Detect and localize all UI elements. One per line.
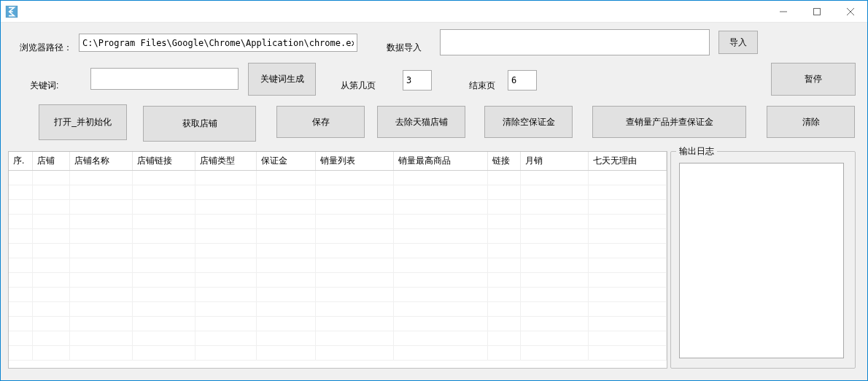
table-col-header[interactable]: 销量最高商品 bbox=[394, 152, 488, 171]
data-import-label: 数据导入 bbox=[387, 42, 422, 54]
table-row[interactable] bbox=[9, 185, 667, 200]
pause-button[interactable]: 暂停 bbox=[771, 63, 856, 96]
table-cell bbox=[588, 229, 666, 244]
get-shop-button[interactable]: 获取店铺 bbox=[143, 106, 256, 142]
browser-path-input[interactable] bbox=[79, 34, 357, 52]
table-row[interactable] bbox=[9, 288, 667, 302]
table-row[interactable] bbox=[9, 215, 667, 229]
table-col-header[interactable]: 七天无理由 bbox=[588, 152, 666, 171]
table-col-header[interactable]: 店铺类型 bbox=[195, 152, 256, 171]
save-button[interactable]: 保存 bbox=[276, 106, 365, 138]
table-cell bbox=[9, 185, 32, 200]
table-cell bbox=[9, 302, 32, 317]
minimize-button[interactable] bbox=[767, 1, 800, 23]
table-cell bbox=[316, 258, 394, 273]
table-cell bbox=[394, 346, 488, 361]
table-row[interactable] bbox=[9, 302, 667, 317]
table-cell bbox=[9, 317, 32, 331]
maximize-icon bbox=[813, 8, 821, 15]
table-cell bbox=[316, 273, 394, 288]
end-page-label: 结束页 bbox=[469, 80, 495, 92]
table-cell bbox=[588, 273, 666, 288]
table-cell bbox=[588, 200, 666, 215]
end-page-input[interactable] bbox=[508, 70, 537, 91]
table-cell bbox=[316, 244, 394, 258]
table-cell bbox=[521, 185, 588, 200]
table-cell bbox=[133, 317, 195, 331]
check-sales-deposit-button[interactable]: 查销量产品并查保证金 bbox=[592, 106, 746, 138]
keyword-input[interactable] bbox=[90, 68, 239, 90]
table-row[interactable] bbox=[9, 244, 667, 258]
table-col-header[interactable]: 店铺链接 bbox=[133, 152, 195, 171]
table-cell bbox=[394, 302, 488, 317]
table-cell bbox=[316, 302, 394, 317]
table-row[interactable] bbox=[9, 229, 667, 244]
table-col-header[interactable]: 链接 bbox=[488, 152, 521, 171]
table-row[interactable] bbox=[9, 171, 667, 185]
log-textarea[interactable] bbox=[679, 163, 844, 358]
table-cell bbox=[195, 200, 256, 215]
maximize-button[interactable] bbox=[800, 1, 834, 23]
table-cell bbox=[256, 273, 316, 288]
from-page-input[interactable] bbox=[403, 70, 432, 91]
table-cell bbox=[70, 273, 133, 288]
table-row[interactable] bbox=[9, 346, 667, 361]
table-cell bbox=[588, 171, 666, 185]
table-cell bbox=[394, 185, 488, 200]
table-cell bbox=[488, 200, 521, 215]
table-cell bbox=[256, 200, 316, 215]
table-cell bbox=[70, 215, 133, 229]
clear-button[interactable]: 清除 bbox=[767, 106, 855, 138]
table-cell bbox=[588, 317, 666, 331]
table-cell bbox=[588, 302, 666, 317]
table-cell bbox=[316, 317, 394, 331]
table-cell bbox=[256, 288, 316, 302]
table-cell bbox=[394, 258, 488, 273]
table-cell bbox=[133, 302, 195, 317]
table-col-header[interactable]: 序. bbox=[9, 152, 32, 171]
table-row[interactable] bbox=[9, 273, 667, 288]
table-row[interactable] bbox=[9, 331, 667, 346]
table-row[interactable] bbox=[9, 258, 667, 273]
titlebar bbox=[1, 1, 867, 23]
table-col-header[interactable]: 店铺 bbox=[32, 152, 70, 171]
table-col-header[interactable]: 保证金 bbox=[256, 152, 316, 171]
table-cell bbox=[394, 331, 488, 346]
table-cell bbox=[32, 200, 70, 215]
close-icon bbox=[847, 8, 854, 15]
table-cell bbox=[195, 273, 256, 288]
table-cell bbox=[70, 229, 133, 244]
table-cell bbox=[488, 302, 521, 317]
table-cell bbox=[32, 185, 70, 200]
table-cell bbox=[195, 171, 256, 185]
close-button[interactable] bbox=[834, 1, 867, 23]
table-cell bbox=[394, 215, 488, 229]
from-page-label: 从第几页 bbox=[341, 80, 376, 92]
table-cell bbox=[256, 317, 316, 331]
data-import-input[interactable] bbox=[440, 29, 710, 55]
table-col-header[interactable]: 销量列表 bbox=[316, 152, 394, 171]
import-button[interactable]: 导入 bbox=[718, 31, 758, 54]
table-cell bbox=[394, 273, 488, 288]
table-row[interactable] bbox=[9, 317, 667, 331]
table-col-header[interactable]: 店铺名称 bbox=[70, 152, 133, 171]
table-cell bbox=[195, 244, 256, 258]
table-cell bbox=[32, 273, 70, 288]
table-cell bbox=[521, 302, 588, 317]
remove-tmall-button[interactable]: 去除天猫店铺 bbox=[377, 106, 465, 138]
table-cell bbox=[133, 288, 195, 302]
gen-keyword-button[interactable]: 关键词生成 bbox=[248, 63, 316, 96]
open-init-button[interactable]: 打开_并初始化 bbox=[39, 104, 127, 140]
table-cell bbox=[32, 244, 70, 258]
table-cell bbox=[70, 244, 133, 258]
table-cell bbox=[256, 244, 316, 258]
table-cell bbox=[195, 302, 256, 317]
table-cell bbox=[195, 229, 256, 244]
table-col-header[interactable]: 月销 bbox=[521, 152, 588, 171]
data-table[interactable]: 序.店铺店铺名称店铺链接店铺类型保证金销量列表销量最高商品链接月销七天无理由 bbox=[8, 151, 667, 369]
table-cell bbox=[488, 258, 521, 273]
content-area: 浏览器路径： 数据导入 导入 关键词: 关键词生成 从第几页 结束页 暂停 打开… bbox=[1, 23, 867, 380]
table-cell bbox=[588, 258, 666, 273]
table-row[interactable] bbox=[9, 200, 667, 215]
clear-empty-deposit-button[interactable]: 清除空保证金 bbox=[484, 106, 573, 138]
